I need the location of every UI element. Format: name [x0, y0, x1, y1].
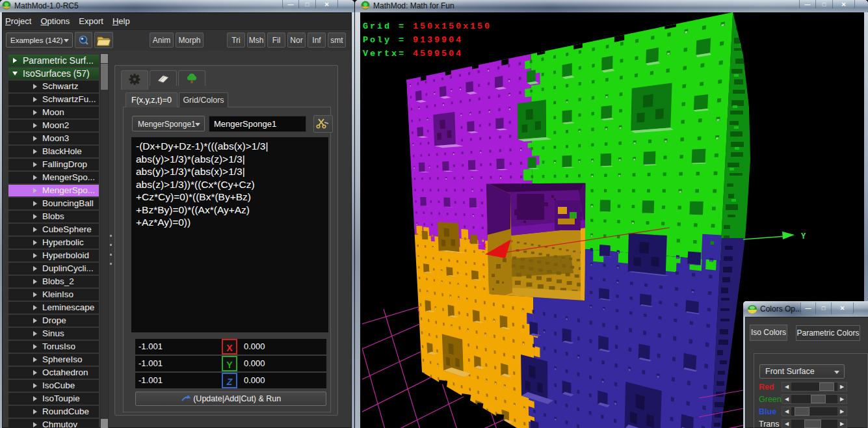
svg-text:Y: Y	[801, 232, 806, 241]
svg-text:x: x	[483, 242, 486, 249]
